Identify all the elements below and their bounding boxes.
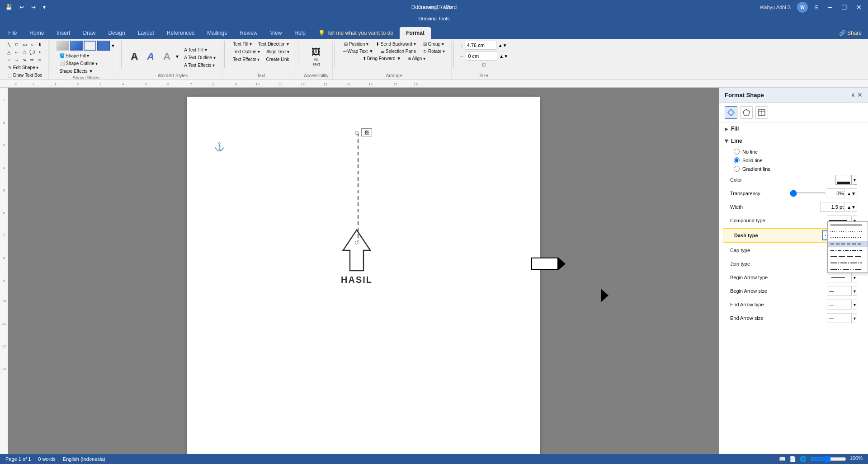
end-arrow-size-btn[interactable]: ▾ — [853, 313, 857, 323]
shape-triangle[interactable]: △ — [5, 48, 13, 56]
save-qat-btn[interactable]: 💾 — [4, 3, 14, 11]
shape-curve[interactable]: ∿ — [21, 56, 28, 63]
customize-qat-btn[interactable]: ▾ — [41, 3, 47, 11]
transparency-slider[interactable] — [790, 192, 826, 194]
dash-option-long-dash-dot[interactable] — [828, 260, 868, 266]
tab-file[interactable]: File — [2, 27, 23, 39]
shape-arrow[interactable]: → — [13, 56, 20, 63]
selection-pane-btn[interactable]: ☰ Selection Pane — [378, 48, 419, 55]
dash-option-long-dash-dot-dot[interactable] — [828, 266, 868, 272]
dash-option-square-dot[interactable] — [828, 234, 868, 241]
undo-qat-btn[interactable]: ↩ — [18, 3, 26, 11]
minimize-btn[interactable]: ─ — [825, 3, 835, 12]
maximize-btn[interactable]: ☐ — [839, 3, 850, 12]
no-line-radio[interactable] — [734, 149, 740, 155]
tab-references[interactable]: References — [160, 27, 201, 39]
width-spinner[interactable]: ▲▼ — [846, 202, 857, 212]
shape-style-preset-3[interactable] — [84, 41, 96, 51]
read-mode-btn[interactable]: 📖 — [779, 455, 786, 463]
position-btn[interactable]: ⊞ Position ▾ — [341, 41, 371, 47]
color-picker-btn[interactable] — [835, 175, 852, 185]
tab-tell-me[interactable]: 💡 Tell me what you want to do — [312, 27, 400, 39]
shape-line[interactable]: ╲ — [5, 41, 13, 48]
end-arrow-size-dropdown[interactable]: — — [827, 313, 852, 323]
begin-arrow-type-btn[interactable]: ▾ — [853, 272, 857, 282]
dash-option-round-dot[interactable] — [828, 228, 868, 234]
dash-option-dash[interactable] — [828, 241, 868, 247]
shape-style-preset-2[interactable] — [70, 41, 83, 51]
wrap-text-btn[interactable]: ↩ Wrap Text ▼ — [340, 48, 376, 55]
shape-effects-btn[interactable]: Shape Effects ▼ — [57, 68, 96, 75]
begin-arrow-size-btn[interactable]: ▾ — [853, 286, 857, 296]
group-btn[interactable]: ⊞ Group ▾ — [420, 41, 447, 47]
tab-insert[interactable]: Insert — [50, 27, 76, 39]
shape-height-input[interactable] — [465, 41, 496, 50]
gradient-line-radio[interactable] — [734, 166, 740, 172]
redo-qat-btn[interactable]: ↪ — [29, 3, 38, 11]
text-direction-btn[interactable]: Text Direction ▾ — [255, 41, 292, 47]
size-dialog-btn[interactable]: ⊡ — [482, 62, 486, 67]
tab-draw[interactable]: Draw — [76, 27, 102, 39]
wordart-A3[interactable]: A — [160, 50, 174, 63]
begin-arrow-size-dropdown[interactable]: — — [827, 286, 852, 296]
shape-callout[interactable]: 💬 — [28, 48, 36, 56]
tab-layout[interactable]: Layout — [132, 27, 160, 39]
shape-extra2[interactable]: ≡ — [36, 56, 43, 63]
shape-line2[interactable]: ⟋ — [5, 56, 13, 63]
panel-collapse-btn[interactable]: ∧ — [851, 91, 855, 98]
web-layout-btn[interactable]: 🌐 — [800, 455, 807, 463]
shape-options-icon-btn[interactable] — [725, 106, 737, 119]
shape-outline-btn[interactable]: ⬜ Shape Outline ▾ — [57, 60, 100, 67]
transparency-spinner[interactable]: ▲▼ — [846, 188, 857, 198]
line-section-header[interactable]: ▶ Line — [719, 135, 868, 147]
bring-forward-btn[interactable]: ⬆ Bring Forward ▼ — [360, 55, 404, 62]
text-fill-btn2[interactable]: Text Fill ▾ — [230, 41, 255, 47]
arrow-hasil-shape[interactable]: HASIL — [339, 228, 375, 285]
text-outline-btn[interactable]: A Text Outline ▾ — [181, 54, 218, 61]
wordart-more[interactable]: ▾ — [176, 53, 180, 60]
ribbon-display-btn[interactable]: ⊟ — [811, 3, 821, 11]
tab-view[interactable]: View — [264, 27, 288, 39]
shape-oval[interactable]: ○ — [28, 41, 36, 48]
print-layout-btn[interactable]: 📄 — [789, 455, 796, 463]
solid-line-radio[interactable] — [734, 157, 740, 163]
handle-top[interactable] — [355, 131, 359, 135]
text-effects-btn2[interactable]: Text Effects ▾ — [230, 56, 262, 63]
dash-option-solid[interactable] — [828, 222, 868, 228]
shape-fill-btn[interactable]: 🪣 Shape Fill ▾ — [57, 52, 91, 59]
edit-shape-btn[interactable]: ✎ Edit Shape ▾ — [5, 64, 41, 71]
shape-rounded-rect[interactable]: ▭ — [21, 41, 28, 48]
text-fill-btn[interactable]: A Text Fill ▾ — [181, 47, 218, 53]
tab-design[interactable]: Design — [102, 27, 131, 39]
shape-star[interactable]: ☆ — [21, 48, 28, 56]
draw-text-box-btn[interactable]: ⬚ Draw Text Box — [5, 72, 45, 79]
panel-close-btn[interactable]: ✕ — [857, 91, 863, 98]
canvas-area[interactable]: ⚓ 🖼 HASIL — [8, 88, 719, 464]
shape-style-preset-4[interactable] — [97, 41, 110, 51]
shape-right-angle[interactable]: ⌐ — [13, 48, 20, 56]
create-link-btn[interactable]: Create Link — [263, 56, 292, 63]
alt-text-btn[interactable]: 🖼 AltText — [305, 46, 327, 67]
begin-arrow-type-dropdown[interactable] — [827, 272, 852, 282]
wordart-A2[interactable]: A — [143, 50, 158, 63]
shape-width-input[interactable] — [466, 52, 497, 61]
send-backward-btn[interactable]: ⬇ Send Backward ▾ — [373, 41, 419, 47]
shape-more[interactable]: ⬇ — [36, 41, 43, 48]
shape-rect[interactable]: □ — [13, 41, 20, 48]
shape-extra[interactable]: + — [36, 48, 43, 56]
align-btn[interactable]: ≡ Align ▾ — [406, 55, 428, 62]
pentagon-icon-btn[interactable] — [740, 106, 753, 119]
align-text-btn[interactable]: Align Text ▾ — [264, 48, 292, 55]
text-outline-btn2[interactable]: Text Outline ▾ — [230, 48, 263, 55]
share-btn[interactable]: 🔗 Share — [833, 27, 868, 39]
shape-styles-more[interactable]: ▾ — [111, 41, 115, 51]
width-input[interactable] — [820, 202, 845, 212]
fill-section-header[interactable]: ▶ Fill — [719, 123, 868, 135]
dash-option-dash-dot[interactable] — [828, 247, 868, 253]
tab-mailings[interactable]: Mailings — [201, 27, 233, 39]
color-dropdown-btn[interactable]: ▾ — [853, 175, 857, 185]
tab-help[interactable]: Help — [288, 27, 312, 39]
text-effects-btn[interactable]: A Text Effects ▾ — [181, 62, 218, 69]
tab-review[interactable]: Review — [233, 27, 264, 39]
shape-freeform[interactable]: ✏ — [28, 56, 36, 63]
